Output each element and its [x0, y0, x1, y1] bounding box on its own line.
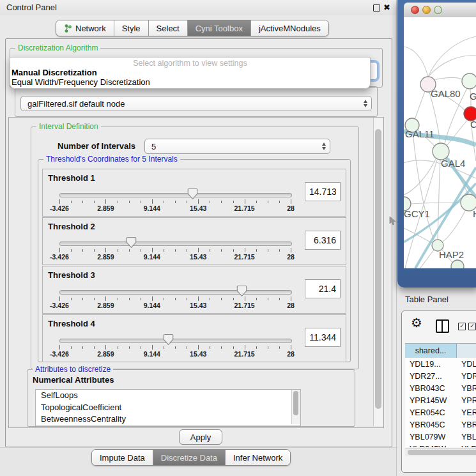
slider-tick	[291, 199, 291, 204]
popup-option-manual-discretization[interactable]: Manual Discretization	[12, 68, 97, 77]
cell-shared-name: YER054C	[405, 408, 456, 417]
slider-tick	[187, 298, 187, 300]
tab-cyni-toolbox[interactable]: Cyni Toolbox	[187, 20, 250, 36]
slider-tick-label: 2.859	[97, 204, 114, 212]
control-panel-window: Control Panel ✖ NetworkStyleSelectCyni T…	[0, 0, 397, 476]
cell-shared-name: YDR27...	[405, 372, 456, 381]
tab-style[interactable]: Style	[114, 20, 148, 36]
table-row[interactable]: YBR043CYBR0	[405, 382, 476, 394]
column-header-shared-name[interactable]: shared...	[405, 344, 457, 358]
tab-impute-data[interactable]: Impute Data	[92, 450, 153, 465]
numerical-attributes-list[interactable]: SelfLoopsTopologicalCoefficientBetweenne…	[35, 389, 301, 426]
checkbox-icon[interactable]: ✓	[468, 323, 476, 330]
table-row[interactable]: YDR27...YDR2	[405, 370, 476, 382]
slider-tick	[210, 298, 210, 300]
slider-tick	[59, 296, 60, 301]
table-row[interactable]: YDL19...YDL1	[405, 358, 476, 370]
interval-definition-title: Interval Definition	[36, 122, 101, 131]
slider-tick	[175, 201, 176, 203]
network-graph: GAL80GACGAL11GAL4GCY1HHAP2	[404, 17, 476, 268]
attribute-item-betweennesscentrality[interactable]: BetweennessCentrality	[36, 413, 300, 426]
tab-jactivemnodules[interactable]: jActiveMNodules	[250, 20, 328, 36]
threshold-slider-track[interactable]	[59, 193, 292, 197]
column-layout-icon[interactable]	[436, 319, 449, 333]
attribute-item-topologicalcoefficient[interactable]: TopologicalCoefficient	[36, 402, 300, 414]
threshold-slider-track[interactable]	[59, 339, 292, 343]
zoom-traffic-light-icon[interactable]	[434, 6, 442, 14]
slider-tick-label: 2.859	[97, 350, 114, 358]
slider-tick	[210, 249, 210, 252]
tab-label: Style	[122, 24, 141, 33]
slider-tick	[210, 346, 210, 349]
threshold-slider-thumb[interactable]	[187, 188, 198, 200]
table-row[interactable]: YER054CYER0	[405, 406, 476, 418]
network-canvas[interactable]: GAL80GACGAL11GAL4GCY1HHAP2	[404, 17, 476, 268]
threshold-slider-thumb[interactable]	[236, 285, 247, 297]
popup-option-equal-width-frequency[interactable]: Equal Width/Frequency Discretization	[12, 77, 150, 87]
attributes-group-title: Attributes to discretize	[33, 365, 113, 374]
slider-tick	[118, 201, 118, 203]
slider-tick	[291, 345, 291, 349]
slider-tick	[279, 298, 280, 300]
slider-tick	[233, 298, 234, 300]
number-of-intervals-combo[interactable]: 5	[144, 139, 330, 154]
thresholds-list: Threshold 1 -3.4262.8599.14415.4321.7152…	[42, 169, 346, 360]
cell-shared-name: YBR045C	[405, 420, 456, 429]
close-icon[interactable]: ✖	[383, 3, 390, 12]
float-window-icon[interactable]	[373, 4, 380, 12]
table-horizontal-scrollbar[interactable]	[405, 448, 476, 456]
threshold-panel-4: Threshold 4 -3.4262.8599.14415.4321.7152…	[42, 314, 346, 362]
table-data-combo[interactable]: galFiltered.sif default node	[20, 96, 372, 111]
column-header-name[interactable]: n	[457, 344, 476, 358]
threshold-label: Threshold 3	[48, 270, 95, 280]
threshold-slider-thumb[interactable]	[163, 334, 174, 346]
threshold-value-field[interactable]	[305, 279, 341, 298]
slider-tick	[279, 346, 280, 349]
minimize-traffic-light-icon[interactable]	[422, 6, 431, 14]
tab-select[interactable]: Select	[148, 20, 187, 36]
threshold-slider-track[interactable]	[59, 290, 292, 295]
node-top-right[interactable]	[462, 73, 476, 89]
cell-shared-name: YBR043C	[405, 384, 456, 393]
settings-vertical-scrollbar[interactable]	[373, 118, 383, 426]
slider-tick	[256, 201, 257, 203]
threshold-value-field[interactable]	[305, 182, 341, 201]
gear-icon[interactable]: ⚙	[411, 316, 422, 329]
tab-infer-network[interactable]: Infer Network	[225, 450, 290, 465]
apply-button[interactable]: Apply	[179, 429, 222, 445]
slider-tick	[233, 346, 234, 349]
tab-network[interactable]: Network	[56, 20, 114, 36]
threshold-slider-thumb[interactable]	[126, 236, 137, 249]
slider-tick	[198, 248, 199, 252]
table-row[interactable]: YBR045CYBR0	[405, 418, 476, 431]
checkbox-icon[interactable]: ✓	[458, 323, 466, 330]
slider-tick	[256, 346, 257, 349]
table-rows: YDL19...YDL1YDR27...YDR2YBR043CYBR0YPR14…	[405, 358, 476, 447]
attributes-scrollbar[interactable]	[291, 390, 300, 424]
slider-tick	[141, 249, 141, 252]
slider-tick	[105, 199, 106, 204]
threshold-value-field[interactable]	[305, 328, 341, 347]
network-window-titlebar[interactable]	[404, 3, 476, 18]
slider-tick-label: 21.715	[234, 302, 255, 309]
table-header-row: shared... n	[405, 343, 476, 358]
slider-tick	[94, 249, 95, 252]
slider-tick-label: 21.715	[234, 253, 255, 261]
threshold-value-field[interactable]	[305, 231, 341, 250]
threshold-slider-track[interactable]	[59, 242, 292, 246]
table-row[interactable]: YPR145WYPR1	[405, 394, 476, 406]
slider-tick	[233, 201, 234, 203]
tab-discretize-data[interactable]: Discretize Data	[153, 450, 225, 465]
combo-stepper-icon	[364, 100, 367, 107]
settings-scrollbar-thumb[interactable]	[375, 129, 381, 409]
node-label-h: H	[473, 208, 476, 219]
node-bottom[interactable]	[451, 260, 464, 268]
slider-tick	[245, 345, 245, 349]
number-of-intervals-value: 5	[151, 142, 156, 151]
slider-tick	[118, 249, 118, 252]
slider-tick	[291, 296, 291, 301]
table-row[interactable]: YLR345WYLR3	[405, 443, 476, 447]
attribute-item-selfloops[interactable]: SelfLoops	[36, 390, 300, 402]
table-row[interactable]: YBL079WYBL0	[405, 431, 476, 443]
close-traffic-light-icon[interactable]	[411, 6, 419, 14]
